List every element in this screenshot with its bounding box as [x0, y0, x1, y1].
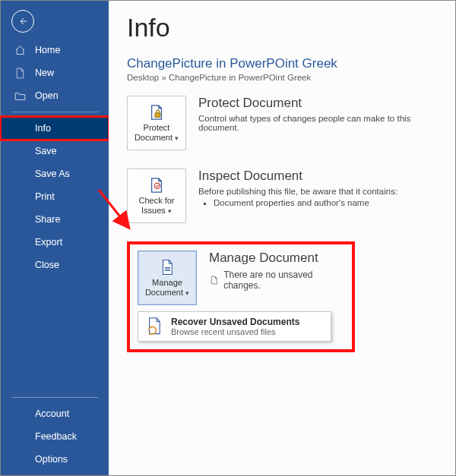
svg-rect-3	[165, 270, 170, 272]
document-icon	[160, 258, 175, 276]
tile-label: Protect Document ▾	[128, 123, 185, 142]
manage-status: There are no unsaved changes.	[223, 270, 344, 291]
backstage-sidebar: Home New Open Info Save Save As Print	[1, 1, 109, 475]
sidebar-item-feedback[interactable]: Feedback	[1, 425, 109, 448]
svg-rect-0	[155, 113, 160, 118]
protect-desc: Control what types of changes people can…	[198, 114, 443, 132]
protect-row: Protect Document ▾ Protect Document Cont…	[127, 96, 443, 150]
sidebar-item-label: Home	[35, 45, 60, 55]
check-for-issues-button[interactable]: Check for Issues ▾	[127, 169, 186, 223]
sidebar-item-label: Share	[35, 214, 60, 225]
sidebar-item-label: Export	[35, 237, 62, 247]
breadcrumb: Desktop » ChangePicture in PowerPOint Gr…	[127, 73, 443, 82]
sidebar-item-label: Close	[35, 260, 59, 270]
tile-label: Manage Document ▾	[138, 278, 196, 297]
tile-label: Check for Issues ▾	[128, 196, 185, 215]
svg-point-1	[154, 184, 160, 189]
home-icon	[14, 45, 26, 56]
sidebar-item-saveas[interactable]: Save As	[1, 162, 109, 185]
inspect-heading: Inspect Document	[198, 169, 443, 184]
sidebar-item-label: Feedback	[35, 431, 77, 442]
back-button[interactable]	[11, 10, 34, 33]
open-icon	[14, 91, 26, 101]
sidebar-item-label: Save As	[35, 169, 70, 179]
sidebar-item-label: Account	[35, 408, 69, 419]
inspect-desc: Before publishing this file, be aware th…	[198, 187, 443, 196]
recover-icon	[144, 317, 164, 336]
sidebar-item-label: Print	[35, 191, 55, 202]
dropdown-title: Recover Unsaved Documents	[171, 317, 299, 327]
sidebar-item-info[interactable]: Info	[1, 117, 109, 140]
manage-document-button[interactable]: Manage Document ▾	[138, 251, 197, 305]
check-icon	[148, 176, 165, 194]
recover-unsaved-menuitem[interactable]: Recover Unsaved Documents Browse recent …	[138, 311, 331, 342]
document-title: ChangePicture in PowerPOint Greek	[127, 56, 443, 71]
highlight-box: Manage Document ▾ Manage Document There …	[127, 241, 355, 352]
separator	[11, 112, 98, 112]
inspect-row: Check for Issues ▾ Inspect Document Befo…	[127, 169, 443, 223]
sidebar-item-label: Options	[35, 454, 68, 465]
separator	[11, 397, 98, 398]
sidebar-item-label: Save	[35, 146, 57, 156]
sidebar-item-export[interactable]: Export	[1, 231, 109, 254]
sidebar-item-print[interactable]: Print	[1, 185, 109, 208]
sidebar-item-label: New	[35, 68, 54, 78]
inspect-bullet: Document properties and author's name	[214, 198, 443, 207]
sidebar-item-save[interactable]: Save	[1, 140, 109, 162]
backstage-content: Info ChangePicture in PowerPOint Greek D…	[109, 1, 455, 475]
sidebar-item-close[interactable]: Close	[1, 254, 109, 276]
svg-rect-2	[165, 267, 170, 269]
protect-heading: Protect Document	[198, 96, 443, 111]
sidebar-item-label: Open	[35, 90, 59, 101]
protect-document-button[interactable]: Protect Document ▾	[127, 96, 186, 150]
manage-heading: Manage Document	[209, 251, 344, 266]
lock-icon	[148, 103, 165, 121]
new-icon	[14, 68, 26, 79]
sidebar-item-options[interactable]: Options	[1, 448, 109, 471]
sidebar-item-label: Info	[35, 123, 51, 134]
dropdown-sub: Browse recent unsaved files	[171, 327, 299, 336]
manage-row: Manage Document ▾ Manage Document There …	[138, 251, 344, 305]
sidebar-item-open[interactable]: Open	[1, 84, 109, 107]
document-small-icon	[209, 275, 219, 285]
sidebar-item-share[interactable]: Share	[1, 208, 109, 231]
page-title: Info	[127, 13, 443, 43]
sidebar-item-new[interactable]: New	[1, 61, 109, 84]
sidebar-item-home[interactable]: Home	[1, 39, 109, 61]
sidebar-item-account[interactable]: Account	[1, 402, 109, 425]
